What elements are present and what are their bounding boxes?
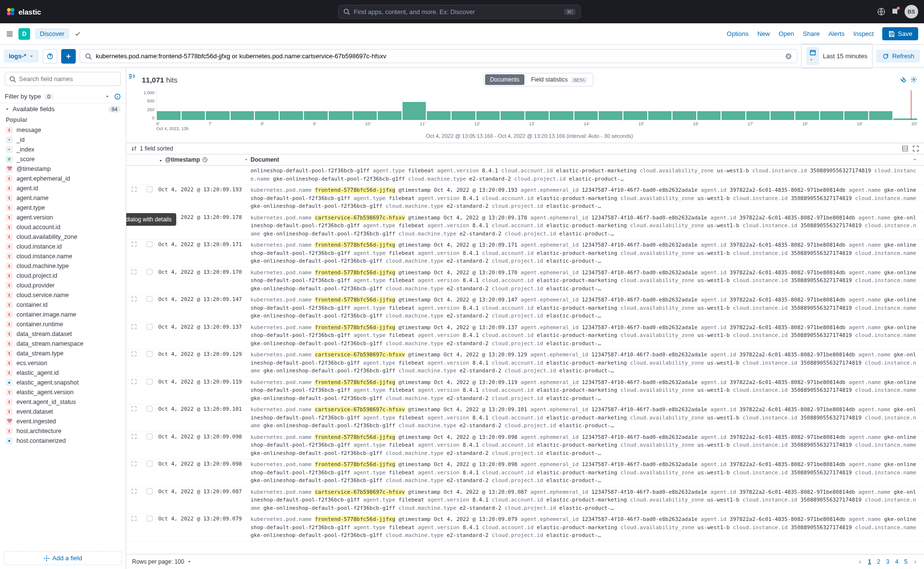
field-item[interactable]: tevent.dataset	[3, 407, 123, 417]
field-item[interactable]: tcloud.account.id	[3, 222, 123, 232]
available-fields-header[interactable]: Available fields 84	[0, 103, 126, 115]
histogram-bar[interactable]	[599, 111, 622, 120]
histogram-bar[interactable]	[697, 111, 721, 120]
field-item[interactable]: tagent.id	[3, 184, 123, 193]
field-item[interactable]: tagent.ephemeral_id	[3, 174, 123, 184]
field-item[interactable]: tdata_stream.namespace	[3, 339, 123, 349]
histogram-bar[interactable]	[304, 111, 328, 120]
field-item[interactable]: tagent.version	[3, 213, 123, 222]
field-search-input[interactable]	[19, 75, 117, 83]
data-view-selector[interactable]: logs-*	[4, 50, 39, 63]
expand-row-icon[interactable]	[131, 269, 137, 293]
field-item[interactable]: •_index	[3, 145, 123, 154]
sort-label[interactable]: 1 field sorted	[140, 145, 173, 152]
toggle-sidebar-icon[interactable]	[126, 71, 137, 82]
field-item[interactable]: tcontainer.runtime	[3, 319, 123, 329]
field-item[interactable]: telastic_agent.id	[3, 368, 123, 378]
histogram-bar[interactable]	[403, 102, 426, 120]
histogram-bar[interactable]	[771, 111, 794, 120]
field-item[interactable]: tcloud.service.name	[3, 290, 123, 300]
histogram-bar[interactable]	[182, 111, 205, 120]
row-checkbox[interactable]	[147, 516, 152, 521]
histogram-bar[interactable]	[820, 111, 844, 120]
app-name-pill[interactable]: Discover	[35, 28, 69, 39]
next-page[interactable]: ›	[912, 557, 918, 566]
page-3[interactable]: 3	[883, 557, 892, 566]
global-search[interactable]: Find apps, content, and more. Ex: Discov…	[338, 5, 581, 19]
field-item[interactable]: tecs.version	[3, 358, 123, 368]
alerts-link[interactable]: Alerts	[828, 30, 844, 37]
histogram-bar[interactable]	[353, 111, 377, 120]
expand-row-icon[interactable]	[131, 488, 137, 513]
filter-by-type[interactable]: Filter by type 0	[0, 90, 126, 103]
page-1[interactable]: 1	[865, 557, 874, 566]
field-item[interactable]: tcloud.instance.name	[3, 251, 123, 261]
expand-row-icon[interactable]	[131, 379, 137, 403]
row-checkbox[interactable]	[147, 434, 152, 439]
user-avatar[interactable]: BS	[905, 5, 918, 18]
prev-page[interactable]: ‹	[857, 557, 863, 566]
histogram-bar[interactable]	[157, 111, 181, 120]
field-item[interactable]: tcloud.availability_zone	[3, 232, 123, 242]
column-document[interactable]: Document	[251, 156, 919, 163]
histogram-bar[interactable]	[255, 111, 279, 120]
clear-query-icon[interactable]	[785, 53, 792, 60]
histogram-bar[interactable]	[869, 111, 893, 120]
histogram-bar[interactable]	[280, 111, 303, 120]
page-5[interactable]: 5	[901, 557, 910, 566]
row-checkbox[interactable]	[147, 488, 152, 494]
field-item[interactable]: tcontainer.id	[3, 300, 123, 310]
field-item[interactable]: tevent.agent_id_status	[3, 397, 123, 407]
brand-logo[interactable]: elastic	[6, 7, 41, 17]
field-item[interactable]: tcloud.provider	[3, 281, 123, 290]
histogram-bar[interactable]	[525, 111, 549, 120]
globe-icon[interactable]	[877, 8, 885, 16]
histogram-bar[interactable]	[206, 111, 230, 120]
new-link[interactable]: New	[757, 30, 770, 37]
chart-options-icon[interactable]	[910, 76, 917, 83]
histogram-bar[interactable]	[672, 111, 696, 120]
field-item[interactable]: thost.architecture	[3, 426, 123, 436]
field-item[interactable]: ●elastic_agent.snapshot	[3, 378, 123, 387]
field-item[interactable]: tagent.name	[3, 193, 123, 203]
row-checkbox[interactable]	[147, 269, 152, 275]
query-help-button[interactable]	[43, 49, 57, 64]
field-item[interactable]: tcontainer.image.name	[3, 310, 123, 319]
expand-row-icon[interactable]	[131, 241, 137, 266]
histogram-bar[interactable]	[844, 111, 868, 120]
expand-row-icon[interactable]	[131, 406, 137, 430]
field-item[interactable]: tdata_stream.dataset	[3, 329, 123, 339]
row-checkbox[interactable]	[147, 351, 152, 357]
save-button[interactable]: Save	[882, 27, 918, 40]
row-checkbox[interactable]	[147, 324, 152, 330]
histogram-bar[interactable]	[722, 111, 745, 120]
add-field-button[interactable]: Add a field	[4, 551, 122, 565]
share-link[interactable]: Share	[803, 30, 820, 37]
newsfeed-icon[interactable]	[891, 8, 899, 16]
field-item[interactable]: tmessage	[3, 125, 123, 135]
histogram-bar[interactable]	[746, 111, 770, 120]
expand-row-icon[interactable]	[131, 516, 137, 540]
expand-row-icon[interactable]	[131, 186, 137, 211]
date-picker[interactable]: Last 15 minutes	[801, 44, 873, 68]
unsaved-check-icon[interactable]	[74, 31, 81, 37]
page-4[interactable]: 4	[892, 557, 902, 566]
inspect-link[interactable]: Inspect	[853, 30, 874, 37]
histogram-chart[interactable]: 1,0005002500 6'7'8'9'10'11'12'13'14'15'1…	[126, 88, 924, 143]
histogram-bar[interactable]	[623, 111, 647, 120]
expand-row-icon[interactable]	[131, 351, 137, 375]
expand-row-icon[interactable]	[131, 324, 137, 348]
add-filter-button[interactable]	[61, 49, 76, 64]
page-2[interactable]: 2	[874, 557, 883, 566]
tab-field-statistics[interactable]: Field statistics BETA	[526, 74, 592, 85]
field-item[interactable]: #_score	[3, 154, 123, 164]
display-options-icon[interactable]	[902, 145, 908, 152]
row-checkbox[interactable]	[147, 461, 152, 467]
open-link[interactable]: Open	[779, 30, 794, 37]
histogram-bar[interactable]	[795, 111, 819, 120]
histogram-bar[interactable]	[574, 111, 598, 120]
field-item[interactable]: ●host.containerized	[3, 436, 123, 446]
expand-row-icon[interactable]	[131, 434, 137, 458]
expand-row-icon[interactable]	[131, 296, 137, 320]
options-link[interactable]: Options	[727, 30, 749, 37]
